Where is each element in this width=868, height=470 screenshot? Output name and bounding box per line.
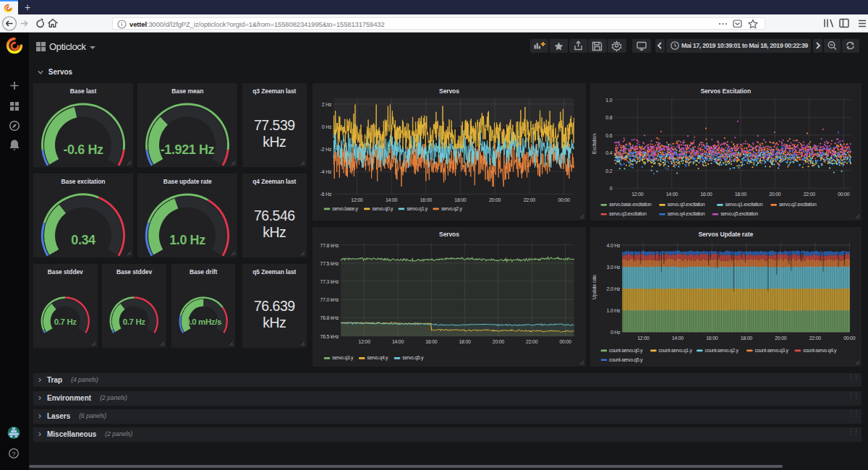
svg-text:servo.q3.y: servo.q3.y (332, 355, 354, 361)
svg-text:18:00: 18:00 (735, 192, 747, 197)
svg-text:servo.q1.y: servo.q1.y (407, 206, 428, 212)
svg-text:22:00: 22:00 (526, 339, 538, 344)
svg-text:1.0: 1.0 (605, 98, 612, 103)
svg-text:12:00: 12:00 (637, 336, 650, 341)
svg-text:0.4: 0.4 (605, 150, 612, 155)
svg-text:12:00: 12:00 (351, 197, 363, 202)
svg-text:servo.q2.excitation: servo.q2.excitation (779, 202, 817, 208)
svg-text:count-servo.q4.y: count-servo.q4.y (803, 348, 837, 354)
svg-text:servo.q0.excitation: servo.q0.excitation (668, 202, 705, 208)
svg-text:20:00: 20:00 (489, 197, 501, 202)
svg-text:Mai 17, 2019 10:39:01 to Mai 1: Mai 17, 2019 10:39:01 to Mai 18, 2019 00… (681, 42, 808, 49)
svg-text:0 Hz: 0 Hz (322, 124, 332, 129)
svg-text:14:00: 14:00 (386, 197, 398, 202)
svg-text:count-servo.q1.y: count-servo.q1.y (658, 348, 692, 354)
svg-text:?: ? (12, 450, 15, 458)
svg-text:servo.q0.y: servo.q0.y (372, 206, 393, 212)
svg-text:servo.q2.y: servo.q2.y (441, 206, 463, 212)
svg-text:22:00: 22:00 (809, 336, 822, 341)
svg-text:-0.6 Hz: -0.6 Hz (63, 142, 103, 157)
svg-text:00:00: 00:00 (843, 336, 856, 341)
svg-text:77.8 kHz: 77.8 kHz (320, 242, 339, 247)
svg-text:0.8: 0.8 (605, 115, 612, 120)
svg-text:16:00: 16:00 (700, 192, 712, 197)
svg-text:4.0 Hz: 4.0 Hz (607, 243, 621, 248)
svg-text:3.0 Hz: 3.0 Hz (607, 265, 621, 270)
svg-text:14:00: 14:00 (392, 339, 404, 344)
svg-text:0.7 Hz: 0.7 Hz (54, 317, 77, 326)
svg-text:0 Hz: 0 Hz (610, 330, 621, 335)
svg-text:count-servo.q3.y: count-servo.q3.y (754, 348, 788, 354)
svg-text:0.7 Hz: 0.7 Hz (123, 317, 145, 326)
svg-text:18:00: 18:00 (459, 339, 471, 344)
svg-text:count-servo.q0.y: count-servo.q0.y (609, 348, 643, 354)
svg-text:20:00: 20:00 (769, 192, 781, 197)
svg-text:count-servo.q5.y: count-servo.q5.y (609, 356, 643, 362)
svg-text:servo.q4.y: servo.q4.y (367, 355, 388, 361)
svg-text:servo.base.y: servo.base.y (332, 206, 358, 212)
svg-text:servo.q3.excitation: servo.q3.excitation (609, 211, 647, 217)
svg-text:0.6: 0.6 (605, 133, 612, 138)
svg-text:servo.q1.excitation: servo.q1.excitation (725, 202, 762, 208)
svg-text:20:00: 20:00 (493, 339, 505, 344)
svg-text:servo.q4.excitation: servo.q4.excitation (668, 211, 705, 217)
svg-text:20:00: 20:00 (775, 336, 787, 341)
svg-text:2 Hz: 2 Hz (322, 102, 332, 107)
svg-text:16:00: 16:00 (420, 197, 432, 202)
svg-text:1.0 Hz: 1.0 Hz (169, 233, 205, 247)
svg-text:0.0 mHz/s: 0.0 mHz/s (185, 317, 221, 326)
svg-text:2.0 Hz: 2.0 Hz (607, 286, 621, 291)
svg-text:77.3 kHz: 77.3 kHz (320, 279, 339, 284)
svg-text:12:00: 12:00 (358, 339, 370, 344)
svg-text:0.2: 0.2 (605, 168, 612, 174)
svg-text:servo.base.excitation: servo.base.excitation (609, 202, 652, 207)
svg-text:Excitation: Excitation (592, 134, 597, 154)
svg-text:servo.q5.excitation: servo.q5.excitation (720, 211, 758, 217)
svg-text:14:00: 14:00 (672, 336, 684, 341)
svg-text:14:00: 14:00 (666, 192, 678, 197)
svg-text:servo.q5.y: servo.q5.y (402, 355, 424, 361)
svg-text:76.5 kHz: 76.5 kHz (320, 333, 339, 338)
svg-text:1.0 Hz: 1.0 Hz (607, 308, 621, 313)
svg-text:12:00: 12:00 (631, 192, 644, 197)
svg-text:0.34: 0.34 (71, 233, 95, 247)
svg-text:00:00: 00:00 (838, 192, 850, 197)
svg-text:16:00: 16:00 (425, 339, 438, 344)
svg-text:18:00: 18:00 (454, 197, 467, 202)
svg-text:count-servo.q2.y: count-servo.q2.y (705, 348, 739, 354)
svg-text:77.5 kHz: 77.5 kHz (320, 260, 339, 265)
svg-text:77.0 kHz: 77.0 kHz (320, 297, 339, 302)
svg-text:0: 0 (610, 186, 613, 191)
svg-text:22:00: 22:00 (804, 192, 816, 197)
svg-text:-6 Hz: -6 Hz (320, 192, 332, 197)
svg-text:-4 Hz: -4 Hz (320, 169, 332, 174)
svg-text:76.8 kHz: 76.8 kHz (320, 315, 339, 320)
svg-text:-1.921 Hz: -1.921 Hz (161, 142, 215, 157)
svg-text:22:00: 22:00 (523, 197, 535, 202)
svg-text:-2 Hz: -2 Hz (320, 147, 332, 152)
svg-text:Update rate: Update rate (592, 274, 597, 299)
svg-text:00:00: 00:00 (558, 197, 570, 202)
svg-text:18:00: 18:00 (741, 336, 753, 341)
svg-text:00:00: 00:00 (559, 339, 571, 344)
svg-text:16:00: 16:00 (706, 336, 718, 341)
